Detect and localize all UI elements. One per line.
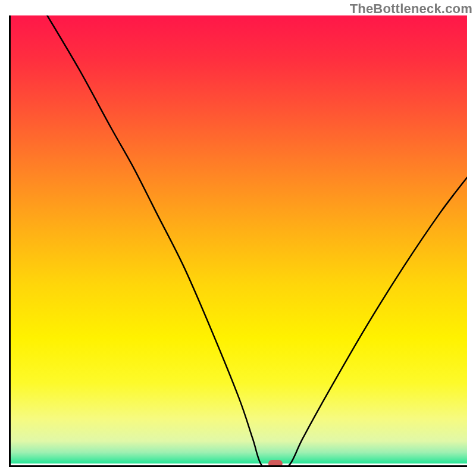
- chart-plot-area: [9, 15, 467, 467]
- chart-curve: [11, 15, 467, 465]
- attribution-text: TheBottleneck.com: [350, 1, 472, 17]
